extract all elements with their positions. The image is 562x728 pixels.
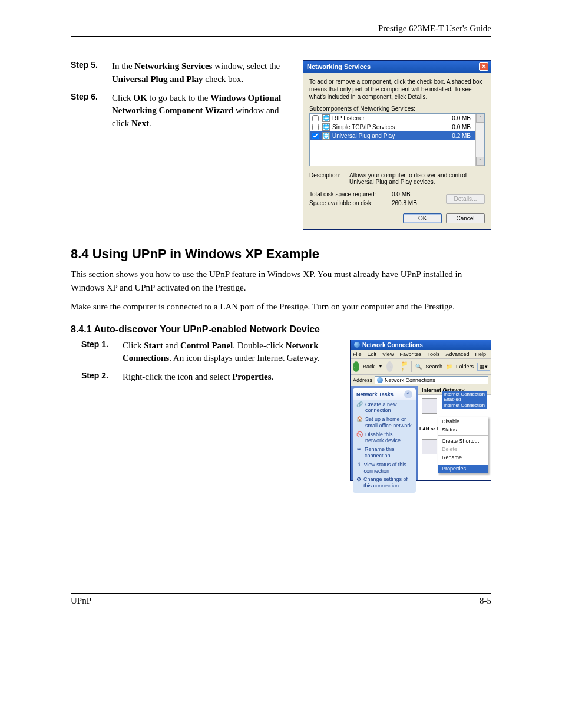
task-item[interactable]: 🏠Set up a home or small office network — [353, 415, 416, 430]
task-item[interactable]: 🚫Disable this network device — [353, 430, 416, 446]
menu-item[interactable]: View — [382, 351, 394, 357]
context-menu-item: Delete — [438, 445, 488, 453]
menu-item[interactable]: Advanced — [445, 351, 469, 357]
tasks-header[interactable]: Network Tasks ⌃ — [353, 388, 416, 400]
description-label: Description: — [309, 172, 345, 185]
section-paragraph: This section shows you how to use the UP… — [71, 268, 491, 294]
task-icon: 🚫 — [356, 431, 363, 444]
page-header: Prestige 623ME-T User's Guide — [71, 24, 491, 37]
toolbar: ← Back ▼ → · 📁↑ 🔍 Search 📁 Folders ▦▾ — [351, 359, 491, 375]
section-paragraph: Make sure the computer is connected to a… — [71, 300, 491, 314]
up-icon[interactable]: 📁↑ — [401, 361, 408, 373]
context-menu-item-properties[interactable]: Properties — [438, 465, 488, 473]
collapse-icon[interactable]: ⌃ — [404, 390, 412, 398]
context-menu-item[interactable]: Create Shortcut — [438, 437, 488, 445]
back-icon[interactable]: ← — [353, 361, 359, 372]
guide-title: Prestige 623ME-T User's Guide — [378, 24, 491, 33]
steps-block-b: Step 1. Click Start and Control Panel. D… — [71, 340, 339, 390]
step-body: Click Start and Control Panel. Double-cl… — [123, 340, 339, 365]
checkbox[interactable] — [312, 133, 319, 139]
forward-icon[interactable]: → — [386, 361, 393, 372]
task-icon: ⚙ — [356, 476, 361, 489]
tasks-sidebar: Network Tasks ⌃ 🔗Create a new connection… — [351, 386, 418, 480]
footer-right: 8-5 — [480, 596, 491, 606]
task-icon: 🔗 — [356, 401, 363, 414]
scroll-up-icon[interactable]: ˄ — [476, 114, 484, 123]
separator — [438, 463, 488, 463]
menu-item[interactable]: Favorites — [399, 351, 421, 357]
component-icon — [322, 123, 330, 131]
task-item[interactable]: ⚙Change settings of this connection — [353, 475, 416, 490]
list-item[interactable]: RIP Listener 0.0 MB — [310, 114, 475, 123]
address-bar: Address Network Connections — [351, 375, 491, 386]
cancel-button[interactable]: Cancel — [446, 213, 485, 223]
task-icon: ℹ — [356, 462, 361, 475]
window-icon — [354, 342, 360, 348]
context-menu-item[interactable]: Disable — [438, 417, 488, 426]
search-label[interactable]: Search — [425, 364, 442, 370]
menu-bar[interactable]: File Edit View Favorites Tools Advanced … — [351, 350, 491, 359]
page-footer: UPnP 8-5 — [71, 593, 491, 606]
category-header: LAN or H — [419, 426, 440, 431]
checkbox[interactable] — [312, 115, 319, 121]
list-item[interactable]: Simple TCP/IP Services 0.0 MB — [310, 123, 475, 131]
close-icon[interactable]: ✕ — [479, 62, 488, 71]
checkbox[interactable] — [312, 124, 319, 130]
steps-block-a: Step 5. In the Networking Services windo… — [71, 60, 292, 136]
description-text: Allows your computer to discover and con… — [349, 172, 485, 185]
task-icon: 🏠 — [356, 416, 363, 429]
address-label: Address — [353, 377, 372, 383]
menu-item[interactable]: Help — [475, 351, 486, 357]
dropdown-icon[interactable]: ▼ — [378, 364, 383, 369]
menu-item[interactable]: Tools — [427, 351, 439, 357]
context-menu-item[interactable]: Rename — [438, 453, 488, 462]
context-menu-item[interactable]: Status — [438, 426, 488, 434]
step-body: In the Networking Services window, selec… — [112, 60, 292, 86]
component-icon — [322, 114, 330, 122]
task-item[interactable]: ✏Rename this connection — [353, 445, 416, 460]
subcomponents-label: Subcomponents of Networking Services: — [309, 106, 485, 112]
window-titlebar: Network Connections — [351, 340, 491, 350]
ok-button[interactable]: OK — [403, 213, 442, 223]
disk-space-info: Total disk space required:0.0 MB Space a… — [309, 190, 417, 207]
step-label: Step 6. — [71, 92, 112, 130]
scrollbar[interactable]: ˄ ˅ — [475, 114, 484, 166]
subsection-heading: 8.4.1 Auto-discover Your UPnP-enabled Ne… — [71, 324, 491, 335]
main-pane: Internet Gateway Internet Connection Ena… — [418, 386, 491, 480]
address-icon — [377, 377, 383, 383]
back-label[interactable]: Back — [363, 364, 375, 370]
search-icon[interactable]: 🔍 — [415, 364, 422, 370]
menu-item[interactable]: File — [353, 351, 362, 357]
step-body: Right-click the icon and select Properti… — [123, 371, 339, 384]
subcomponents-listbox[interactable]: RIP Listener 0.0 MB Simple TCP/IP Servic… — [309, 113, 485, 166]
menu-item[interactable]: Edit — [368, 351, 377, 357]
separator — [438, 435, 488, 436]
step-body: Click OK to go back to the Windows Optio… — [112, 92, 292, 130]
window-title: Network Connections — [362, 342, 423, 348]
address-input[interactable]: Network Connections — [375, 376, 488, 384]
networking-services-dialog: Networking Services ✕ To add or remove a… — [303, 60, 491, 230]
dialog-instructions: To add or remove a component, click the … — [309, 78, 485, 101]
task-icon: ✏ — [356, 446, 362, 459]
step-label: Step 5. — [71, 60, 112, 86]
folders-icon[interactable]: 📁 — [446, 364, 452, 370]
dialog-titlebar: Networking Services ✕ — [303, 61, 491, 73]
step-label: Step 2. — [81, 371, 123, 384]
details-button[interactable]: Details... — [446, 194, 485, 204]
component-icon — [322, 132, 330, 140]
folders-label[interactable]: Folders — [456, 364, 474, 370]
task-item[interactable]: ℹView status of this connection — [353, 460, 416, 476]
connection-label: Internet Connection Enabled Internet Con… — [442, 391, 487, 409]
list-item[interactable]: Universal Plug and Play 0.2 MB — [310, 131, 475, 140]
network-connections-window: Network Connections File Edit View Favor… — [350, 340, 491, 481]
step-label: Step 1. — [81, 340, 123, 365]
section-heading: 8.4 Using UPnP in Windows XP Example — [71, 246, 491, 262]
dialog-title: Networking Services — [307, 63, 371, 70]
footer-left: UPnP — [71, 596, 91, 606]
connection-icon[interactable] — [422, 439, 437, 454]
scroll-down-icon[interactable]: ˅ — [476, 157, 484, 166]
views-icon[interactable]: ▦▾ — [477, 363, 490, 371]
connection-icon[interactable] — [422, 398, 437, 414]
context-menu: Disable Status Create Shortcut Delete Re… — [438, 417, 488, 473]
task-item[interactable]: 🔗Create a new connection — [353, 400, 416, 416]
